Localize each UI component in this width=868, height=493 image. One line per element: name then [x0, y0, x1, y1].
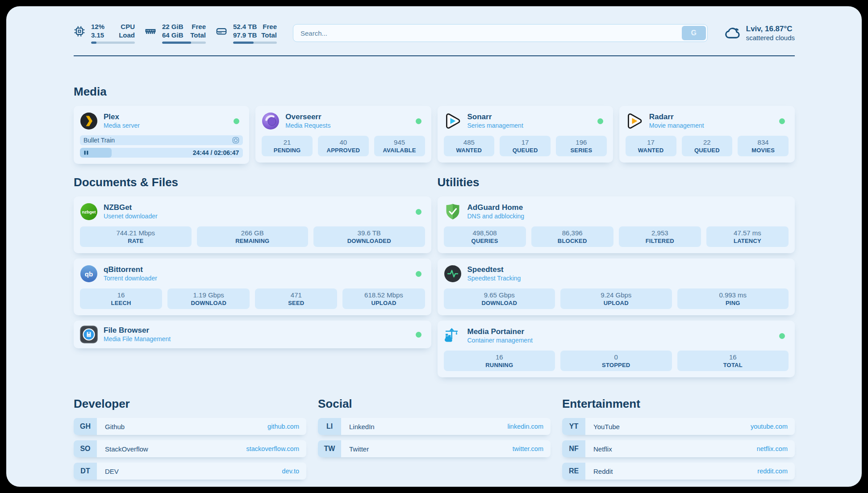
bookmark-github[interactable]: GH Github github.com	[74, 418, 306, 435]
stat-box: 21 PENDING	[262, 136, 313, 156]
card-nzbget: nzbget NZBGet Usenet downloader 744.21 M…	[74, 196, 431, 253]
ram-total-label: Total	[190, 31, 206, 39]
bookmark-netflix[interactable]: NF Netflix netflix.com	[562, 440, 795, 457]
adguard-icon	[444, 203, 462, 221]
bookmark-stackoverflow[interactable]: SO StackOverflow stackoverflow.com	[74, 440, 306, 457]
app-link-overseerr[interactable]: Overseerr Media Requests	[262, 112, 425, 130]
bookmark-url: github.com	[267, 423, 299, 430]
cpu-usage-value: 12%	[91, 22, 104, 31]
bookmark-abbr: YT	[562, 418, 585, 435]
svg-text:nzbget: nzbget	[82, 209, 96, 214]
card-overseerr: Overseerr Media Requests 21 PENDING 40 A…	[255, 106, 431, 163]
overseerr-icon	[262, 112, 280, 130]
card-radarr: Radarr Movie management 17 WANTED 22 QUE…	[619, 106, 795, 163]
card-subtitle: Media File Management	[104, 335, 171, 343]
stat-box: 47.57 ms LATENCY	[706, 226, 789, 247]
app-link-nzbget[interactable]: nzbget NZBGet Usenet downloader	[80, 203, 425, 221]
disk-free-label: Free	[261, 22, 277, 31]
bookmark-url: twitter.com	[513, 445, 543, 452]
app-link-sonarr[interactable]: Sonarr Series management	[444, 112, 607, 130]
card-subtitle: Torrent downloader	[104, 275, 157, 282]
status-dot	[416, 209, 421, 215]
playback-time: 24:44 / 02:06:47	[193, 149, 239, 156]
status-dot	[416, 118, 421, 124]
section-title-documents: Documents & Files	[74, 175, 431, 189]
cpu-progress-bar	[91, 42, 135, 44]
speedtest-icon	[444, 265, 462, 283]
bookmark-name: Twitter	[349, 445, 369, 453]
ram-progress-bar	[162, 42, 206, 44]
stat-box: 498,508 QUERIES	[444, 226, 526, 247]
card-title: Overseerr	[285, 113, 330, 121]
status-dot	[597, 118, 603, 124]
documents-column: Documents & Files nzbget	[74, 175, 431, 348]
bookmark-reddit[interactable]: RE Reddit reddit.com	[562, 463, 795, 480]
section-title-media: Media	[74, 85, 795, 99]
app-link-radarr[interactable]: Radarr Movie management	[626, 112, 789, 130]
ram-icon	[145, 25, 156, 37]
bookmark-url: netflix.com	[757, 445, 788, 452]
utilities-column: Utilities	[438, 175, 795, 377]
ram-total-value: 64 GiB	[162, 31, 184, 39]
stat-box: 834 MOVIES	[738, 136, 789, 156]
stat-box: 0 STOPPED	[560, 351, 672, 371]
bookmark-name: StackOverflow	[105, 445, 148, 453]
stat-box: 744.21 Mbps RATE	[80, 226, 192, 247]
stat-box: 17 WANTED	[626, 136, 676, 156]
bookmark-youtube[interactable]: YT YouTube youtube.com	[562, 418, 795, 435]
weather-widget: Lviv, 16.87°C scattered clouds	[724, 24, 795, 42]
session-view-icon[interactable]	[232, 137, 239, 144]
disk-total-label: Total	[261, 31, 277, 39]
qbittorrent-icon: qb	[80, 265, 98, 283]
stat-box: 618.52 Mbps UPLOAD	[342, 288, 425, 309]
stat-box: 16 RUNNING	[444, 351, 555, 371]
stat-box: 1.19 Gbps DOWNLOAD	[167, 288, 250, 309]
bookmark-url: reddit.com	[757, 468, 788, 475]
bookmark-linkedin[interactable]: LI LinkedIn linkedin.com	[318, 418, 551, 435]
search-provider-button[interactable]: G	[682, 26, 706, 40]
card-title: AdGuard Home	[467, 203, 525, 212]
filebrowser-icon	[80, 326, 98, 343]
search-input[interactable]	[293, 24, 708, 42]
bookmarks-social: Social LI LinkedIn linkedin.com TW Twitt…	[318, 397, 551, 457]
bookmark-twitter[interactable]: TW Twitter twitter.com	[318, 440, 551, 457]
card-subtitle: Container management	[467, 337, 533, 344]
app-link-speedtest[interactable]: Speedtest Speedtest Tracking	[444, 265, 789, 283]
plex-icon	[80, 112, 98, 130]
card-title: qBittorrent	[104, 265, 157, 274]
bookmark-name: YouTube	[593, 423, 620, 430]
cpu-icon	[74, 25, 85, 37]
weather-condition: scattered clouds	[746, 33, 795, 42]
app-link-portainer[interactable]: Media Portainer Container management	[444, 327, 789, 345]
card-title: Media Portainer	[467, 327, 533, 336]
stat-box: 16 LEECH	[80, 288, 162, 309]
bookmark-dev[interactable]: DT DEV dev.to	[74, 463, 306, 480]
now-playing-title: Bullet Train	[83, 137, 115, 144]
topbar-divider	[74, 55, 795, 56]
stat-box: 22 QUEUED	[682, 136, 733, 156]
disk-progress-bar	[233, 42, 277, 44]
stat-box: 2,953 FILTERED	[619, 226, 701, 247]
section-title-entertainment: Entertainment	[562, 397, 795, 411]
cpu-label: CPU	[119, 22, 135, 31]
memory-stat-group: 22 GiB 64 GiB Free Total	[145, 22, 206, 44]
section-title-social: Social	[318, 397, 551, 411]
app-link-filebrowser[interactable]: File Browser Media File Management	[80, 326, 425, 343]
app-link-qbittorrent[interactable]: qb qBittorrent Torrent downloader	[80, 265, 425, 283]
card-subtitle: Series management	[467, 122, 523, 130]
app-link-plex[interactable]: Plex Media server	[80, 112, 243, 130]
disk-total-value: 97.9 TB	[233, 31, 257, 39]
app-link-adguard[interactable]: AdGuard Home DNS and adblocking	[444, 203, 789, 221]
weather-location-temp: Lviv, 16.87°C	[746, 24, 795, 33]
card-subtitle: Movie management	[649, 122, 704, 130]
cpu-stat-group: 12% 3.15 CPU Load	[74, 22, 135, 44]
search-bar: G	[293, 24, 708, 42]
stat-box: 266 GB REMAINING	[197, 226, 309, 247]
status-dot	[779, 333, 785, 339]
card-title: Plex	[104, 113, 140, 121]
card-plex: Plex Media server Bullet Train	[74, 106, 249, 164]
card-subtitle: Media Requests	[285, 122, 330, 130]
bookmark-abbr: GH	[74, 418, 97, 435]
bookmark-url: stackoverflow.com	[246, 445, 299, 452]
stat-box: 39.6 TB DOWNLOADED	[313, 226, 425, 247]
